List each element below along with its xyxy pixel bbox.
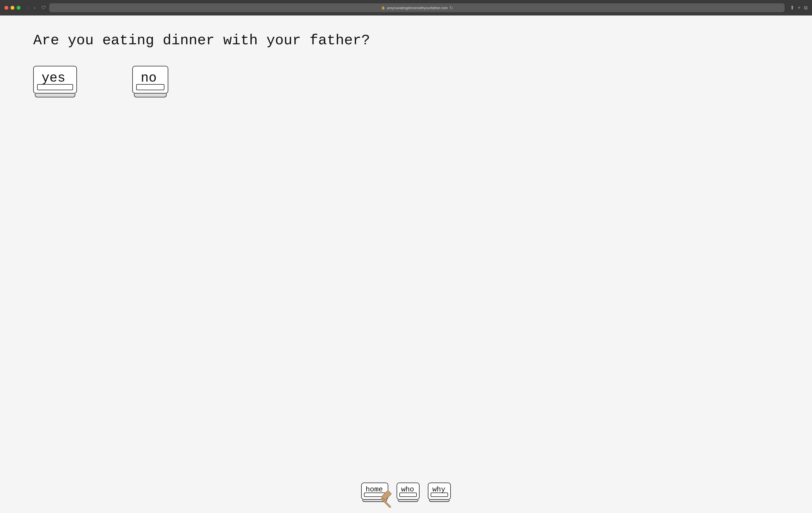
- bottom-nav: home who why: [361, 483, 451, 502]
- traffic-light-close[interactable]: [4, 6, 8, 10]
- traffic-light-fullscreen[interactable]: [17, 6, 21, 10]
- who-label: who: [401, 486, 414, 493]
- no-label: no: [141, 71, 157, 85]
- traffic-light-minimize[interactable]: [10, 6, 14, 10]
- share-button[interactable]: ⬆: [790, 5, 794, 11]
- why-button[interactable]: why: [428, 483, 451, 502]
- traffic-lights: [4, 6, 21, 10]
- no-button[interactable]: no: [132, 66, 168, 97]
- nav-buttons: ‹ ›: [26, 4, 37, 12]
- why-key-top: why: [428, 483, 451, 500]
- shield-icon: 🛡: [41, 5, 46, 10]
- main-buttons: yes no: [33, 66, 168, 97]
- home-label: home: [366, 486, 383, 493]
- home-key-container: home: [361, 483, 388, 502]
- forward-button[interactable]: ›: [32, 4, 37, 12]
- yes-key-top: yes: [33, 66, 77, 93]
- back-button[interactable]: ‹: [26, 4, 31, 12]
- reload-button[interactable]: ↻: [450, 5, 453, 10]
- page-content: Are you eating dinner with your father? …: [0, 16, 812, 513]
- yes-label: yes: [41, 71, 65, 85]
- yes-button[interactable]: yes: [33, 66, 77, 97]
- no-key-top: no: [132, 66, 168, 93]
- new-tab-button[interactable]: +: [798, 5, 801, 11]
- yes-key-bottom: [35, 93, 75, 97]
- who-key-top: who: [397, 483, 419, 500]
- lock-icon: 🔒: [381, 6, 385, 10]
- who-key-bottom: [398, 500, 418, 502]
- browser-actions: ⬆ + ⧉: [790, 5, 808, 11]
- why-label: why: [432, 486, 445, 493]
- home-button[interactable]: home: [361, 483, 388, 502]
- who-button[interactable]: who: [397, 483, 419, 502]
- home-key-top: home: [361, 483, 388, 500]
- home-key-bottom: [362, 500, 387, 502]
- browser-chrome: ‹ › 🛡 🔒 areyoueatingdinnerwithyourfather…: [0, 0, 812, 16]
- no-key-bottom: [134, 93, 167, 97]
- url-text: areyoueatingdinnerwithyourfather.com: [387, 6, 448, 10]
- address-bar[interactable]: 🔒 areyoueatingdinnerwithyourfather.com ↻: [49, 3, 785, 12]
- tabs-button[interactable]: ⧉: [804, 5, 808, 11]
- why-key-bottom: [429, 500, 450, 502]
- main-question: Are you eating dinner with your father?: [33, 32, 370, 49]
